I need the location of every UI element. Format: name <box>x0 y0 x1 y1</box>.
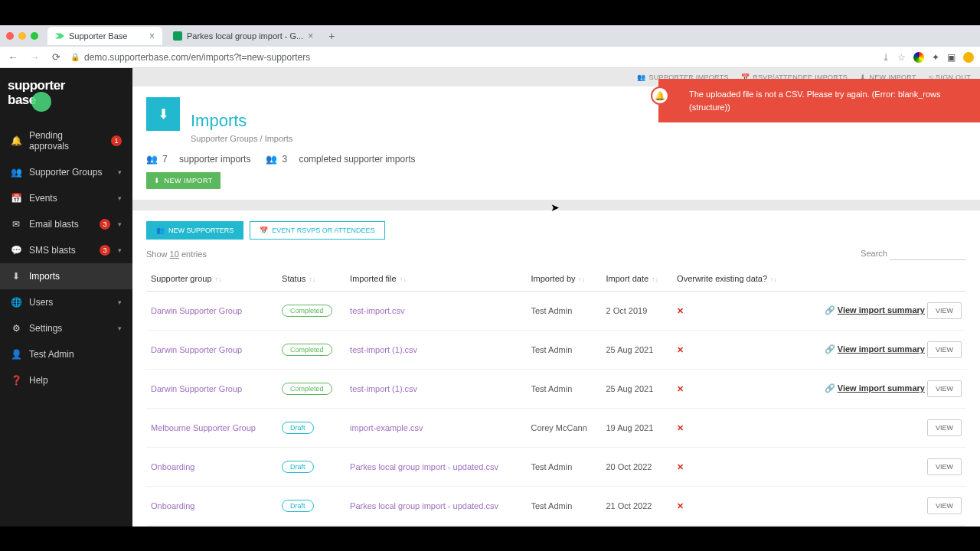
group-link[interactable]: Darwin Supporter Group <box>151 306 242 315</box>
sidebar-item-users[interactable]: 🌐Users▾ <box>0 289 132 315</box>
col-by[interactable]: Imported by↑↓ <box>526 266 601 292</box>
group-link[interactable]: Melbourne Supporter Group <box>151 423 256 432</box>
sidebar-item-sms-blasts[interactable]: 💬SMS blasts3▾ <box>0 237 132 263</box>
sidebar: supporterbase 🔔Pending approvals1👥Suppor… <box>0 68 132 527</box>
col-file[interactable]: Imported file↑↓ <box>345 266 526 292</box>
imports-table: Supporter group↑↓ Status↑↓ Imported file… <box>146 266 966 526</box>
view-summary-link[interactable]: View import summary <box>838 344 925 354</box>
col-date[interactable]: Import date↑↓ <box>601 266 672 292</box>
entries-selector[interactable]: Show 10 entries <box>146 249 207 259</box>
sidebar-item-label: Supporter Groups <box>29 167 110 178</box>
sidebar-item-label: Test Admin <box>29 349 122 360</box>
group-link[interactable]: Darwin Supporter Group <box>151 384 242 393</box>
status-badge: Draft <box>282 500 314 512</box>
group-icon: 👥 <box>146 154 158 165</box>
window-minimize-icon[interactable] <box>18 32 26 40</box>
logo[interactable]: supporterbase <box>0 68 132 122</box>
window-close-icon[interactable] <box>6 32 14 40</box>
browser-tab-bar: Supporter Base × Parkes local group impo… <box>0 25 980 47</box>
col-group[interactable]: Supporter group↑↓ <box>146 266 277 292</box>
browser-tab-supporter-base[interactable]: Supporter Base × <box>47 27 162 45</box>
tab-new-supporters[interactable]: 👥NEW SUPPORTERS <box>146 221 243 240</box>
file-link[interactable]: Parkes local group import - updated.csv <box>350 462 498 471</box>
group-link[interactable]: Onboarding <box>151 501 195 510</box>
group-icon: 👥 <box>11 167 21 178</box>
imported-by: Test Admin <box>526 370 601 409</box>
chevron-down-icon: ▾ <box>118 220 122 228</box>
profile-avatar[interactable] <box>963 52 974 63</box>
view-button[interactable]: VIEW <box>927 380 962 397</box>
imports-table-card: 👥NEW SUPPORTERS 📅EVENT RSVPS OR ATTENDEE… <box>132 210 980 527</box>
extension-icon[interactable] <box>913 52 924 63</box>
view-button[interactable]: VIEW <box>927 341 962 358</box>
group-link[interactable]: Onboarding <box>151 462 195 471</box>
import-date: 19 Aug 2021 <box>601 409 672 448</box>
sidebar-item-label: Email blasts <box>29 219 92 230</box>
link-icon: 🔗 <box>825 305 835 315</box>
badge: 1 <box>111 135 122 146</box>
sidebar-item-pending-approvals[interactable]: 🔔Pending approvals1 <box>0 122 132 159</box>
user-icon: 👤 <box>11 349 21 360</box>
toast-message: The uploaded file is not a CSV. Please t… <box>689 90 941 112</box>
file-link[interactable]: test-import (1).csv <box>350 384 417 393</box>
browser-tab-sheets[interactable]: Parkes local group import - G... × <box>165 27 321 45</box>
tab-event-rsvps[interactable]: 📅EVENT RSVPS OR ATTENDEES <box>250 221 384 240</box>
chevron-down-icon: ▾ <box>118 194 122 202</box>
file-link[interactable]: import-example.csv <box>350 423 423 432</box>
back-button[interactable]: ← <box>6 51 20 63</box>
view-summary-link[interactable]: View import summary <box>838 305 925 315</box>
search-label: Search <box>861 249 887 258</box>
tab-close-icon[interactable]: × <box>149 31 155 41</box>
sidebar-item-imports[interactable]: ⬇Imports <box>0 263 132 289</box>
download-icon: ⬇ <box>154 177 161 184</box>
view-summary-link[interactable]: View import summary <box>838 383 925 393</box>
col-status[interactable]: Status↑↓ <box>277 266 345 292</box>
address-bar[interactable]: 🔒 demo.supporterbase.com/en/imports?t=ne… <box>70 52 874 63</box>
sidebar-item-help[interactable]: ❓Help <box>0 367 132 393</box>
chevron-down-icon: ▾ <box>118 246 122 254</box>
sidebar-item-label: Help <box>29 375 122 386</box>
install-icon[interactable]: ⤓ <box>882 52 890 63</box>
col-overwrite[interactable]: Overwrite existing data?↑↓ <box>672 266 798 292</box>
tab-favicon-icon <box>173 31 182 41</box>
sidebar-item-settings[interactable]: ⚙Settings▾ <box>0 315 132 341</box>
star-icon[interactable]: ☆ <box>897 52 906 63</box>
sidebar-item-email-blasts[interactable]: ✉Email blasts3▾ <box>0 211 132 237</box>
file-link[interactable]: test-import (1).csv <box>350 345 417 354</box>
help-icon: ❓ <box>11 375 21 386</box>
view-button[interactable]: VIEW <box>927 302 962 319</box>
forward-button[interactable]: → <box>28 51 41 63</box>
new-tab-button[interactable]: + <box>324 28 339 44</box>
file-link[interactable]: Parkes local group import - updated.csv <box>350 501 498 510</box>
table-row: OnboardingDraftParkes local group import… <box>146 448 966 487</box>
group-icon: 👥 <box>637 73 645 81</box>
sidebar-item-test-admin[interactable]: 👤Test Admin <box>0 341 132 367</box>
search-input[interactable] <box>890 247 966 260</box>
status-badge: Completed <box>282 344 332 356</box>
sidebar-item-supporter-groups[interactable]: 👥Supporter Groups▾ <box>0 159 132 185</box>
view-button[interactable]: VIEW <box>927 458 962 475</box>
window-maximize-icon[interactable] <box>31 32 38 40</box>
page-title: Imports <box>191 111 292 131</box>
group-link[interactable]: Darwin Supporter Group <box>151 345 242 354</box>
group-icon: 👥 <box>266 154 277 165</box>
tab-close-icon[interactable]: × <box>308 31 313 41</box>
tab-title: Parkes local group import - G... <box>187 31 303 41</box>
calendar-icon: 📅 <box>260 227 268 234</box>
cross-icon: ✕ <box>677 306 684 315</box>
table-row: Darwin Supporter GroupCompletedtest-impo… <box>146 370 966 409</box>
view-button[interactable]: VIEW <box>927 419 962 436</box>
import-header-icon: ⬇ <box>146 97 180 131</box>
view-button[interactable]: VIEW <box>927 497 962 514</box>
sidebar-item-events[interactable]: 📅Events▾ <box>0 185 132 211</box>
extensions-icon[interactable]: ✦ <box>932 52 939 63</box>
new-import-button[interactable]: ⬇ NEW IMPORT <box>146 172 220 189</box>
group-icon: 👥 <box>156 227 165 234</box>
file-link[interactable]: test-import.csv <box>350 306 405 315</box>
breadcrumb: Supporter Groups / Imports <box>191 134 292 143</box>
reload-button[interactable]: ⟳ <box>49 51 63 63</box>
sidebar-item-label: Pending approvals <box>29 130 103 152</box>
breadcrumb-root[interactable]: Supporter Groups <box>191 134 257 143</box>
panel-icon[interactable]: ▣ <box>947 52 956 63</box>
tab-title: Supporter Base <box>69 31 127 41</box>
